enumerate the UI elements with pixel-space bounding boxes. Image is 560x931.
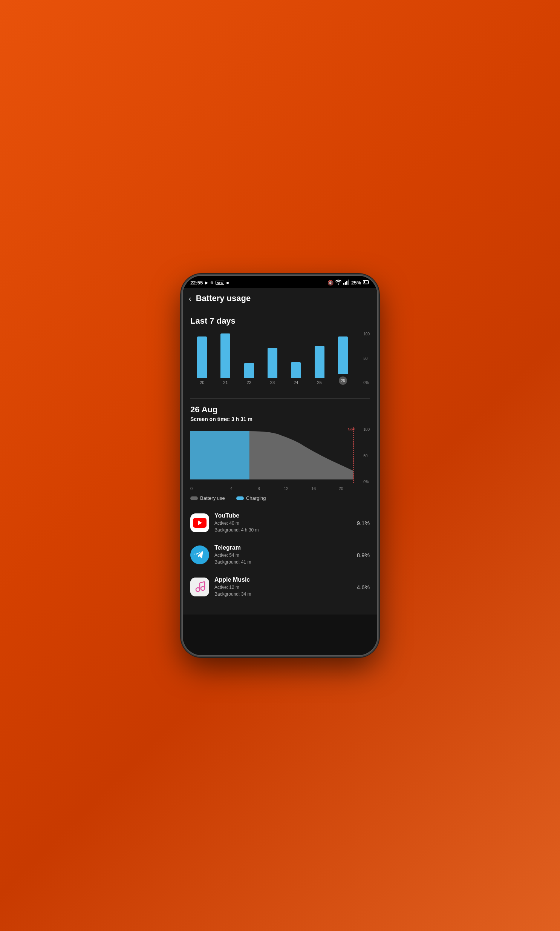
screen-on-time: Screen on time: 3 h 31 m — [190, 416, 370, 422]
y-label-100: 100 — [363, 332, 370, 336]
youtube-percentage: 9.1% — [357, 520, 370, 526]
back-button[interactable]: ‹ — [189, 294, 191, 303]
status-left: 22:55 ▶ ⊖ NFC — [190, 280, 229, 286]
apple-music-name: Apple Music — [214, 576, 357, 583]
bar-label-23: 23 — [270, 380, 275, 385]
battery-y-axis: 100 50 0% — [363, 428, 370, 484]
battery-timeline-chart: Now 0 4 8 12 16 2 — [190, 428, 370, 491]
bar-group-22[interactable]: 22 — [237, 363, 261, 385]
app-item-youtube[interactable]: YouTube Active: 40 m Background: 4 h 30 … — [190, 507, 370, 539]
telegram-name: Telegram — [214, 544, 357, 551]
phone-screen: 22:55 ▶ ⊖ NFC 🔇 — [183, 276, 377, 655]
bar-26 — [338, 337, 348, 374]
chart-legend: Battery use Charging — [190, 495, 370, 501]
bar-25 — [315, 346, 325, 378]
svg-rect-5 — [364, 281, 365, 283]
nfc-icon: NFC — [215, 281, 224, 285]
app-list: YouTube Active: 40 m Background: 4 h 30 … — [190, 507, 370, 603]
youtube-active: Active: 40 m — [214, 520, 357, 526]
app-item-apple-music[interactable]: Apple Music Active: 12 m Background: 34 … — [190, 571, 370, 603]
apple-music-percentage: 4.6% — [357, 584, 370, 590]
telegram-info: Telegram Active: 54 m Background: 41 m — [214, 544, 357, 565]
bar-20 — [197, 337, 207, 378]
weekly-bar-chart[interactable]: 20212223242526 100 50 0% — [190, 332, 370, 392]
weekly-y-axis: 100 50 0% — [363, 332, 370, 385]
svg-rect-6 — [369, 281, 369, 283]
apple-music-background: Background: 34 m — [214, 591, 357, 598]
weekly-section: Last 7 days 20212223242526 100 50 0% — [190, 316, 370, 392]
svg-rect-0 — [343, 283, 345, 285]
dnd-icon: ⊖ — [210, 281, 213, 285]
y-label-0: 0% — [363, 381, 370, 385]
x-label-12: 12 — [272, 486, 300, 491]
app-item-telegram[interactable]: Telegram Active: 54 m Background: 41 m 8… — [190, 539, 370, 571]
dot-indicator — [226, 282, 229, 284]
x-label-4: 4 — [218, 486, 245, 491]
svg-rect-1 — [345, 282, 346, 285]
page-header: ‹ Battery usage — [183, 288, 377, 309]
main-content: Last 7 days 20212223242526 100 50 0% 26 … — [183, 309, 377, 614]
apple-music-icon-wrapper — [190, 577, 209, 596]
apple-music-icon — [190, 577, 209, 596]
bar-group-23[interactable]: 23 — [261, 348, 284, 385]
svg-rect-7 — [190, 431, 249, 479]
status-bar: 22:55 ▶ ⊖ NFC 🔇 — [183, 276, 377, 288]
legend-charging: Charging — [236, 495, 266, 501]
section-divider-1 — [190, 398, 370, 399]
y-label-50: 50 — [363, 357, 370, 361]
youtube-name: YouTube — [214, 512, 357, 519]
bar-22 — [244, 363, 254, 378]
bar-label-22: 22 — [247, 380, 251, 385]
apple-music-active: Active: 12 m — [214, 584, 357, 591]
date-title: 26 Aug — [190, 405, 370, 415]
bar-chart-bars: 20212223242526 — [190, 332, 370, 385]
page-title: Battery usage — [196, 293, 251, 303]
x-label-0: 0 — [190, 486, 218, 491]
bar-label-24: 24 — [294, 380, 298, 385]
bar-label-21: 21 — [223, 380, 228, 385]
bar-group-21[interactable]: 21 — [214, 333, 237, 385]
screen-record-icon: ▶ — [205, 281, 208, 285]
phone-device: 22:55 ▶ ⊖ NFC 🔇 — [182, 275, 378, 656]
bar-group-24[interactable]: 24 — [284, 362, 308, 385]
youtube-info: YouTube Active: 40 m Background: 4 h 30 … — [214, 512, 357, 533]
weekly-section-title: Last 7 days — [190, 316, 370, 326]
battery-y-0: 0% — [363, 480, 370, 484]
svg-rect-3 — [348, 279, 349, 285]
legend-battery-use-label: Battery use — [200, 495, 225, 501]
wifi-icon — [335, 279, 342, 286]
battery-x-axis: 0 4 8 12 16 20 — [190, 486, 370, 491]
bar-24 — [291, 362, 301, 378]
legend-battery-use: Battery use — [190, 495, 225, 501]
bar-label-20: 20 — [200, 380, 204, 385]
x-label-20: 20 — [327, 486, 355, 491]
battery-y-100: 100 — [363, 428, 370, 432]
bar-21 — [220, 333, 230, 378]
bar-group-20[interactable]: 20 — [190, 337, 214, 385]
bar-label-selected-26: 26 — [339, 377, 347, 385]
legend-charging-label: Charging — [246, 495, 266, 501]
svg-rect-2 — [346, 281, 348, 285]
telegram-active: Active: 54 m — [214, 552, 357, 559]
x-label-16: 16 — [300, 486, 328, 491]
bar-group-26[interactable]: 26 — [331, 337, 355, 385]
bar-group-25[interactable]: 25 — [308, 346, 331, 385]
time-display: 22:55 — [190, 280, 203, 286]
battery-y-50: 50 — [363, 454, 370, 458]
legend-gray-dot — [190, 496, 198, 500]
legend-blue-dot — [236, 496, 244, 500]
battery-chart-svg — [190, 428, 370, 484]
telegram-icon-wrapper — [190, 545, 209, 564]
now-label: Now — [348, 428, 355, 431]
youtube-background: Background: 4 h 30 m — [214, 526, 357, 533]
youtube-icon-wrapper — [190, 513, 209, 532]
status-right: 🔇 25% — [328, 279, 370, 286]
mute-icon: 🔇 — [328, 280, 334, 286]
bar-label-25: 25 — [317, 380, 322, 385]
x-label-8: 8 — [245, 486, 272, 491]
apple-music-info: Apple Music Active: 12 m Background: 34 … — [214, 576, 357, 598]
youtube-icon — [193, 518, 206, 528]
bar-23 — [268, 348, 277, 378]
battery-percent: 25% — [351, 280, 361, 286]
telegram-percentage: 8.9% — [357, 552, 370, 558]
